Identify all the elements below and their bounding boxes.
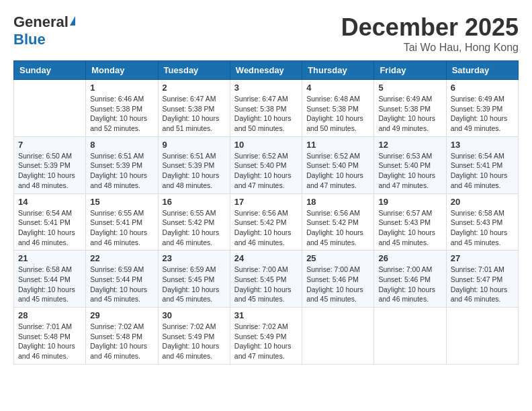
calendar-cell: 5Sunrise: 6:49 AM Sunset: 5:38 PM Daylig… bbox=[374, 80, 446, 137]
calendar-cell: 26Sunrise: 7:00 AM Sunset: 5:46 PM Dayli… bbox=[374, 250, 446, 308]
day-info: Sunrise: 6:52 AM Sunset: 5:40 PM Dayligh… bbox=[234, 151, 298, 191]
day-info: Sunrise: 7:02 AM Sunset: 5:49 PM Dayligh… bbox=[234, 322, 298, 361]
calendar-cell: 28Sunrise: 7:01 AM Sunset: 5:48 PM Dayli… bbox=[14, 308, 86, 365]
day-number: 24 bbox=[234, 253, 298, 263]
calendar-cell: 30Sunrise: 7:02 AM Sunset: 5:49 PM Dayli… bbox=[158, 308, 230, 365]
calendar-cell: 9Sunrise: 6:51 AM Sunset: 5:39 PM Daylig… bbox=[158, 136, 230, 193]
calendar-header-row: SundayMondayTuesdayWednesdayThursdayFrid… bbox=[14, 61, 519, 80]
day-info: Sunrise: 6:47 AM Sunset: 5:38 PM Dayligh… bbox=[163, 94, 226, 134]
day-info: Sunrise: 6:51 AM Sunset: 5:39 PM Dayligh… bbox=[163, 151, 226, 191]
day-info: Sunrise: 6:48 AM Sunset: 5:38 PM Dayligh… bbox=[306, 94, 369, 134]
location-subtitle: Tai Wo Hau, Hong Kong bbox=[341, 42, 519, 54]
calendar-cell bbox=[374, 308, 446, 365]
day-info: Sunrise: 7:01 AM Sunset: 5:47 PM Dayligh… bbox=[451, 265, 514, 304]
logo: General Blue bbox=[13, 13, 75, 48]
calendar-cell: 24Sunrise: 7:00 AM Sunset: 5:45 PM Dayli… bbox=[230, 250, 302, 308]
calendar-cell: 19Sunrise: 6:57 AM Sunset: 5:43 PM Dayli… bbox=[374, 193, 446, 250]
calendar-week-row: 21Sunrise: 6:58 AM Sunset: 5:44 PM Dayli… bbox=[14, 250, 519, 308]
day-info: Sunrise: 6:58 AM Sunset: 5:44 PM Dayligh… bbox=[18, 265, 81, 304]
day-number: 25 bbox=[306, 253, 369, 263]
calendar-cell: 16Sunrise: 6:55 AM Sunset: 5:42 PM Dayli… bbox=[158, 193, 230, 250]
day-number: 7 bbox=[18, 140, 81, 150]
day-info: Sunrise: 7:02 AM Sunset: 5:49 PM Dayligh… bbox=[163, 322, 226, 361]
day-info: Sunrise: 6:56 AM Sunset: 5:42 PM Dayligh… bbox=[306, 208, 369, 248]
calendar-cell: 20Sunrise: 6:58 AM Sunset: 5:43 PM Dayli… bbox=[446, 193, 518, 250]
month-title: December 2025 bbox=[341, 13, 519, 42]
day-info: Sunrise: 6:55 AM Sunset: 5:41 PM Dayligh… bbox=[90, 208, 153, 248]
calendar-cell: 27Sunrise: 7:01 AM Sunset: 5:47 PM Dayli… bbox=[446, 250, 518, 308]
day-number: 1 bbox=[90, 83, 153, 93]
calendar-week-row: 14Sunrise: 6:54 AM Sunset: 5:41 PM Dayli… bbox=[14, 193, 519, 250]
day-info: Sunrise: 6:55 AM Sunset: 5:42 PM Dayligh… bbox=[163, 208, 226, 248]
calendar-cell: 23Sunrise: 6:59 AM Sunset: 5:45 PM Dayli… bbox=[158, 250, 230, 308]
day-info: Sunrise: 6:52 AM Sunset: 5:40 PM Dayligh… bbox=[306, 151, 369, 191]
day-number: 15 bbox=[90, 197, 153, 207]
day-info: Sunrise: 6:57 AM Sunset: 5:43 PM Dayligh… bbox=[378, 208, 441, 248]
calendar-week-row: 28Sunrise: 7:01 AM Sunset: 5:48 PM Dayli… bbox=[14, 308, 519, 365]
day-info: Sunrise: 6:59 AM Sunset: 5:45 PM Dayligh… bbox=[163, 265, 226, 304]
calendar-cell: 18Sunrise: 6:56 AM Sunset: 5:42 PM Dayli… bbox=[302, 193, 374, 250]
weekday-header-tuesday: Tuesday bbox=[158, 61, 230, 80]
day-number: 27 bbox=[451, 253, 514, 263]
logo-blue-text: Blue bbox=[13, 31, 46, 48]
calendar-cell: 6Sunrise: 6:49 AM Sunset: 5:39 PM Daylig… bbox=[446, 80, 518, 137]
day-number: 19 bbox=[378, 197, 441, 207]
day-number: 6 bbox=[451, 83, 514, 93]
calendar-table: SundayMondayTuesdayWednesdayThursdayFrid… bbox=[13, 60, 519, 365]
calendar-week-row: 7Sunrise: 6:50 AM Sunset: 5:39 PM Daylig… bbox=[14, 136, 519, 193]
calendar-cell: 15Sunrise: 6:55 AM Sunset: 5:41 PM Dayli… bbox=[86, 193, 158, 250]
day-info: Sunrise: 6:58 AM Sunset: 5:43 PM Dayligh… bbox=[451, 208, 514, 248]
title-section: December 2025 Tai Wo Hau, Hong Kong bbox=[341, 13, 519, 54]
day-number: 14 bbox=[18, 197, 81, 207]
calendar-cell: 13Sunrise: 6:54 AM Sunset: 5:41 PM Dayli… bbox=[446, 136, 518, 193]
day-info: Sunrise: 6:50 AM Sunset: 5:39 PM Dayligh… bbox=[18, 151, 81, 191]
day-number: 12 bbox=[378, 140, 441, 150]
calendar-cell: 14Sunrise: 6:54 AM Sunset: 5:41 PM Dayli… bbox=[14, 193, 86, 250]
day-number: 21 bbox=[18, 253, 81, 263]
calendar-cell: 31Sunrise: 7:02 AM Sunset: 5:49 PM Dayli… bbox=[230, 308, 302, 365]
day-number: 11 bbox=[306, 140, 369, 150]
weekday-header-thursday: Thursday bbox=[302, 61, 374, 80]
calendar-cell: 29Sunrise: 7:02 AM Sunset: 5:48 PM Dayli… bbox=[86, 308, 158, 365]
day-number: 28 bbox=[18, 310, 81, 320]
day-number: 2 bbox=[163, 83, 226, 93]
day-number: 30 bbox=[163, 310, 226, 320]
day-number: 9 bbox=[163, 140, 226, 150]
day-info: Sunrise: 7:00 AM Sunset: 5:46 PM Dayligh… bbox=[378, 265, 441, 304]
day-info: Sunrise: 6:53 AM Sunset: 5:40 PM Dayligh… bbox=[378, 151, 441, 191]
calendar-cell: 17Sunrise: 6:56 AM Sunset: 5:42 PM Dayli… bbox=[230, 193, 302, 250]
day-info: Sunrise: 6:47 AM Sunset: 5:38 PM Dayligh… bbox=[234, 94, 298, 134]
weekday-header-wednesday: Wednesday bbox=[230, 61, 302, 80]
calendar-cell: 11Sunrise: 6:52 AM Sunset: 5:40 PM Dayli… bbox=[302, 136, 374, 193]
day-number: 23 bbox=[163, 253, 226, 263]
calendar-cell: 8Sunrise: 6:51 AM Sunset: 5:39 PM Daylig… bbox=[86, 136, 158, 193]
day-number: 29 bbox=[90, 310, 153, 320]
day-number: 3 bbox=[234, 83, 298, 93]
calendar-cell: 21Sunrise: 6:58 AM Sunset: 5:44 PM Dayli… bbox=[14, 250, 86, 308]
calendar-cell: 1Sunrise: 6:46 AM Sunset: 5:38 PM Daylig… bbox=[86, 80, 158, 137]
day-number: 31 bbox=[234, 310, 298, 320]
logo-general-text: General bbox=[13, 13, 69, 31]
weekday-header-friday: Friday bbox=[374, 61, 446, 80]
day-info: Sunrise: 6:56 AM Sunset: 5:42 PM Dayligh… bbox=[234, 208, 298, 248]
page-header: General Blue December 2025 Tai Wo Hau, H… bbox=[13, 13, 519, 54]
calendar-cell: 7Sunrise: 6:50 AM Sunset: 5:39 PM Daylig… bbox=[14, 136, 86, 193]
calendar-cell: 22Sunrise: 6:59 AM Sunset: 5:44 PM Dayli… bbox=[86, 250, 158, 308]
day-info: Sunrise: 6:49 AM Sunset: 5:39 PM Dayligh… bbox=[451, 94, 514, 134]
weekday-header-sunday: Sunday bbox=[14, 61, 86, 80]
day-number: 20 bbox=[451, 197, 514, 207]
day-number: 8 bbox=[90, 140, 153, 150]
day-info: Sunrise: 6:54 AM Sunset: 5:41 PM Dayligh… bbox=[18, 208, 81, 248]
calendar-cell: 10Sunrise: 6:52 AM Sunset: 5:40 PM Dayli… bbox=[230, 136, 302, 193]
day-info: Sunrise: 6:46 AM Sunset: 5:38 PM Dayligh… bbox=[90, 94, 153, 134]
day-info: Sunrise: 7:02 AM Sunset: 5:48 PM Dayligh… bbox=[90, 322, 153, 361]
calendar-cell: 4Sunrise: 6:48 AM Sunset: 5:38 PM Daylig… bbox=[302, 80, 374, 137]
day-info: Sunrise: 6:49 AM Sunset: 5:38 PM Dayligh… bbox=[378, 94, 441, 134]
day-info: Sunrise: 7:00 AM Sunset: 5:45 PM Dayligh… bbox=[234, 265, 298, 304]
day-info: Sunrise: 7:01 AM Sunset: 5:48 PM Dayligh… bbox=[18, 322, 81, 361]
day-number: 26 bbox=[378, 253, 441, 263]
calendar-cell bbox=[302, 308, 374, 365]
day-number: 10 bbox=[234, 140, 298, 150]
calendar-cell bbox=[446, 308, 518, 365]
day-number: 22 bbox=[90, 253, 153, 263]
